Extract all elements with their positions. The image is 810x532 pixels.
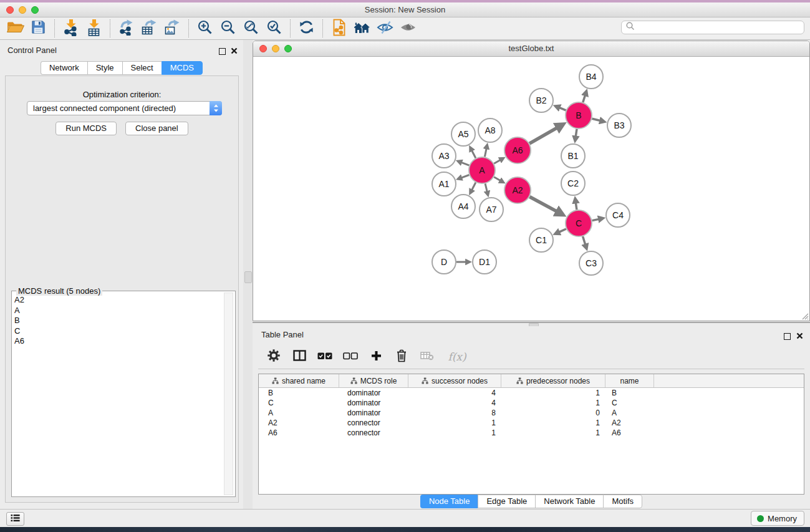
- result-scrollbar[interactable]: [224, 293, 233, 495]
- graph-edge-B-B2[interactable]: [559, 107, 566, 110]
- table-cell[interactable]: A: [605, 408, 654, 418]
- graph-node-B4[interactable]: B4: [579, 65, 603, 89]
- run-mcds-button[interactable]: Run MCDS: [55, 122, 117, 135]
- table-cell[interactable]: 1: [501, 398, 605, 408]
- graph-node-A2[interactable]: A2: [504, 177, 531, 203]
- graph-edge-C-C1[interactable]: [559, 229, 566, 233]
- refresh-network-button[interactable]: [295, 19, 318, 38]
- table-settings-button[interactable]: [266, 349, 281, 364]
- criterion-dropdown[interactable]: largest connected component (directed): [27, 101, 222, 115]
- graph-node-A7[interactable]: A7: [480, 198, 503, 221]
- graph-edge-A-A1[interactable]: [461, 175, 469, 178]
- result-item[interactable]: A2: [14, 295, 221, 306]
- table-cell[interactable]: A2: [605, 418, 654, 428]
- graph-node-A4[interactable]: A4: [451, 195, 475, 218]
- hide-selected-button[interactable]: [374, 19, 397, 38]
- import-network-button[interactable]: [59, 19, 82, 38]
- tab-node-table[interactable]: Node Table: [420, 495, 478, 508]
- open-file-button[interactable]: [4, 19, 27, 38]
- graph-node-A1[interactable]: A1: [432, 172, 456, 196]
- save-session-button[interactable]: [27, 19, 50, 38]
- close-panel-icon[interactable]: [796, 331, 803, 342]
- network-zoom-button[interactable]: [284, 45, 292, 52]
- tab-network-table[interactable]: Network Table: [535, 495, 603, 508]
- column-header-name[interactable]: name: [605, 374, 654, 387]
- tab-motifs[interactable]: Motifs: [603, 495, 642, 508]
- network-window-titlebar[interactable]: testGlobe.txt: [253, 41, 809, 57]
- graph-node-B3[interactable]: B3: [607, 114, 631, 137]
- graph-edge-B-B1[interactable]: [576, 129, 577, 137]
- table-cell[interactable]: 1: [501, 388, 605, 398]
- graph-node-A[interactable]: A: [469, 157, 495, 183]
- table-row[interactable]: Bdominator41B: [259, 388, 804, 398]
- graph-node-A5[interactable]: A5: [451, 122, 475, 146]
- function-builder-button[interactable]: f(x): [445, 349, 469, 364]
- first-neighbors-button[interactable]: [350, 19, 374, 38]
- column-header-predecessor-nodes[interactable]: predecessor nodes: [501, 374, 605, 387]
- memory-button[interactable]: Memory: [751, 511, 804, 526]
- table-cell[interactable]: A6: [605, 428, 654, 438]
- tab-mcds[interactable]: MCDS: [162, 61, 203, 75]
- zoom-window-button[interactable]: [31, 6, 39, 14]
- graph-edge-A-A7[interactable]: [485, 183, 487, 192]
- network-minimize-button[interactable]: [272, 45, 279, 52]
- export-image-button[interactable]: [161, 19, 184, 38]
- float-panel-icon[interactable]: [219, 48, 226, 55]
- zoom-selected-button[interactable]: [263, 19, 286, 38]
- task-history-button[interactable]: [6, 512, 24, 526]
- table-cell[interactable]: 8: [408, 408, 501, 418]
- table-cell[interactable]: C: [605, 398, 654, 408]
- table-cell[interactable]: B: [259, 388, 339, 398]
- graph-node-B[interactable]: B: [566, 102, 592, 128]
- import-table-button[interactable]: [82, 19, 105, 38]
- close-panel-icon[interactable]: [231, 46, 238, 57]
- mcds-result-list[interactable]: A2ABCA6: [14, 295, 221, 495]
- graph-edge-A-A5[interactable]: [471, 150, 476, 158]
- network-close-button[interactable]: [259, 45, 267, 52]
- delete-row-button[interactable]: [394, 349, 409, 364]
- graph-edge-A2-C[interactable]: [529, 197, 557, 212]
- graph-edge-A-A6[interactable]: [494, 160, 501, 163]
- graph-node-A8[interactable]: A8: [478, 118, 502, 142]
- app-titlebar[interactable]: Session: New Session: [0, 2, 810, 17]
- network-canvas[interactable]: AA1A2A3A4A5A6A7A8BB1B2B3B4CC1C2C3C4DD1: [253, 57, 809, 321]
- table-cell[interactable]: connector: [339, 428, 408, 438]
- table-cell[interactable]: C: [259, 398, 339, 408]
- table-cell[interactable]: 1: [501, 428, 605, 438]
- table-row[interactable]: Adominator80A: [259, 408, 804, 418]
- deselect-all-button[interactable]: [343, 349, 358, 364]
- zoom-out-button[interactable]: [216, 19, 239, 38]
- graph-edge-A-A3[interactable]: [461, 162, 470, 165]
- graph-node-C2[interactable]: C2: [561, 172, 585, 195]
- graph-edge-A6-B[interactable]: [529, 127, 558, 143]
- result-item[interactable]: B: [14, 316, 221, 326]
- table-cell[interactable]: 0: [501, 408, 605, 418]
- graph-node-C[interactable]: C: [566, 210, 592, 236]
- table-cell[interactable]: 1: [408, 428, 501, 438]
- graph-node-D1[interactable]: D1: [473, 250, 496, 274]
- splitter-handle[interactable]: [244, 271, 252, 283]
- column-header-shared-name[interactable]: shared name: [259, 374, 339, 387]
- minimize-window-button[interactable]: [19, 6, 26, 14]
- toggle-columns-button[interactable]: [292, 349, 307, 364]
- table-cell[interactable]: 1: [408, 418, 501, 428]
- graph-edge-A-A2[interactable]: [494, 177, 501, 181]
- network-graph[interactable]: AA1A2A3A4A5A6A7A8BB1B2B3B4CC1C2C3C4DD1: [253, 57, 809, 321]
- column-header-successor-nodes[interactable]: successor nodes: [408, 374, 501, 387]
- table-row[interactable]: Cdominator41C: [259, 398, 804, 408]
- result-item[interactable]: C: [14, 326, 221, 337]
- graph-node-B2[interactable]: B2: [529, 89, 553, 112]
- graph-edge-C-C3[interactable]: [583, 236, 586, 245]
- graph-node-C4[interactable]: C4: [606, 203, 630, 227]
- graph-edge-A-A8[interactable]: [485, 148, 486, 157]
- table-row[interactable]: A6connector11A6: [259, 428, 804, 438]
- network-from-selection-button[interactable]: [327, 19, 350, 38]
- tab-select[interactable]: Select: [122, 61, 162, 75]
- export-table-button[interactable]: [138, 19, 161, 38]
- table-cell[interactable]: A6: [259, 428, 339, 438]
- result-item[interactable]: A6: [14, 336, 221, 347]
- graph-node-A3[interactable]: A3: [432, 144, 456, 168]
- tab-edge-table[interactable]: Edge Table: [478, 495, 535, 508]
- select-all-button[interactable]: [317, 349, 332, 364]
- graph-node-C1[interactable]: C1: [529, 228, 553, 252]
